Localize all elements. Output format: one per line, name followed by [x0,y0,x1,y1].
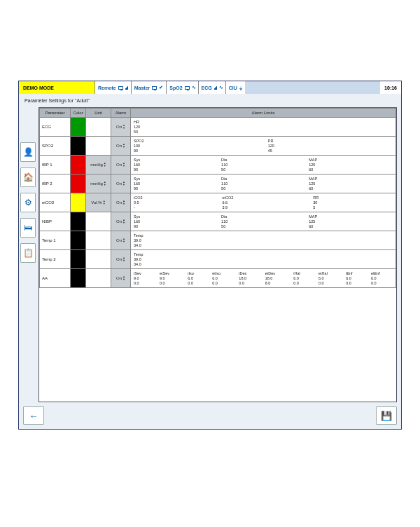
limits-cell: SPO210090PR12045 [131,137,396,156]
clipboard-icon: 📋 [23,248,34,258]
status-remote[interactable]: Remote [94,81,131,94]
color-cell[interactable] [71,193,86,212]
home-button[interactable]: 🏠 [20,167,36,187]
color-cell[interactable] [71,212,86,231]
param-cell: etCO2 [40,193,71,212]
save-icon: 💾 [381,411,392,421]
table-row: SPO2On▲▼SPO210090PR12045 [40,137,396,156]
alarm-cell[interactable]: On▲▼ [111,212,131,231]
color-cell[interactable] [71,156,86,174]
save-button[interactable]: 💾 [376,406,397,425]
param-cell: AA [40,269,71,288]
table-row: IBP 2mmHg▲▼On▲▼Sys16090Dia11050MAP12560 [40,174,396,193]
color-cell[interactable] [71,231,86,250]
limits-cell: Sys16090Dia11050MAP12560 [131,156,396,174]
signal-icon [125,85,128,90]
unit-cell [86,137,111,156]
unit-cell [86,269,111,288]
color-swatch [71,118,85,136]
color-cell[interactable] [71,118,86,137]
limits-cell: Sys16090Dia11050MAP12560 [131,212,396,231]
col-header: Color [71,109,86,118]
status-ciu[interactable]: CIU⏚ [225,81,245,94]
settings-button[interactable]: ⚙ [20,193,36,212]
alarm-cell[interactable]: On▲▼ [111,231,131,250]
col-header: Alarm Limits [131,109,396,118]
param-cell: IBP 1 [40,156,71,174]
clock: 10:16 [380,81,401,94]
color-swatch [71,193,85,212]
demo-mode-badge: DEMO MODE [19,81,94,94]
alarm-cell[interactable]: On▲▼ [111,250,131,269]
unit-cell [86,212,111,231]
unit-cell[interactable]: mmHg▲▼ [86,156,111,174]
bed-button[interactable]: 🛏 [20,218,36,238]
param-cell: IBP 2 [40,174,71,193]
table-row: ECGOn▲▼HR12050 [40,118,396,137]
status-master[interactable]: Master✔ [131,81,167,94]
home-icon: 🏠 [23,172,34,182]
color-swatch [71,174,85,193]
table-row: AAOn▲▼iSev9.00.0etSev9.00.0iIso6.00.0etI… [40,269,396,288]
status-spo2[interactable]: SpO2∿ [166,81,197,94]
param-cell: Temp 2 [40,250,71,269]
alarm-cell[interactable]: On▲▼ [111,193,131,212]
alarm-cell[interactable]: On▲▼ [111,174,131,193]
signal-icon [214,85,217,90]
sidebar: 👤🏠⚙🛏📋 [19,107,37,402]
unit-cell[interactable]: Vol.%▲▼ [86,193,111,212]
col-header: Unit [86,109,111,118]
patient-icon: 👤 [23,147,34,157]
param-cell: NIBP [40,212,71,231]
limits-cell: iSev9.00.0etSev9.00.0iIso6.00.0etIso6.00… [131,269,396,288]
color-swatch [71,156,85,174]
param-cell: SPO2 [40,137,71,156]
alarm-cell[interactable]: On▲▼ [111,137,131,156]
param-cell: ECG [40,118,71,137]
col-header: Alarm [111,109,131,118]
status-ecg[interactable]: ECG∿ [198,81,225,94]
wave-icon: ∿ [219,85,223,90]
page-title: Parameter Settings for "Adult" [19,94,401,107]
footer: ← 💾 [19,402,401,429]
patient-button[interactable]: 👤 [20,142,36,162]
bed-icon: 🛏 [24,223,32,233]
color-cell[interactable] [71,250,86,269]
color-cell[interactable] [71,174,86,193]
limits-cell: Temp39.034.0 [131,231,396,250]
unit-cell[interactable]: mmHg▲▼ [86,174,111,193]
back-button[interactable]: ← [23,406,44,425]
alarm-cell[interactable]: On▲▼ [111,118,131,137]
unit-cell [86,118,111,137]
top-bar: DEMO MODE RemoteMaster✔SpO2∿ECG∿CIU⏚ 10:… [19,81,401,94]
table-row: Temp 1On▲▼Temp39.034.0 [40,231,396,250]
alarm-cell[interactable]: On▲▼ [111,156,131,174]
plug-icon: ⏚ [239,85,242,90]
wave-icon: ∿ [192,85,195,90]
color-swatch [71,250,85,268]
table-row: Temp 2On▲▼Temp39.034.0 [40,250,396,269]
clipboard-button[interactable]: 📋 [20,243,36,263]
color-swatch [71,137,85,155]
color-cell[interactable] [71,137,86,156]
color-swatch [71,231,85,249]
table-row: NIBPOn▲▼Sys16090Dia11050MAP12560 [40,212,396,231]
limits-cell: Sys16090Dia11050MAP12560 [131,174,396,193]
monitor-icon [152,85,157,90]
arrow-left-icon: ← [29,411,38,421]
table-row: etCO2Vol.%▲▼On▲▼iCO20.5-etCO26.63.9RR305 [40,193,396,212]
table-row: IBP 1mmHg▲▼On▲▼Sys16090Dia11050MAP12560 [40,156,396,174]
limits-cell: HR12050 [131,118,396,137]
unit-cell [86,250,111,269]
app-window: DEMO MODE RemoteMaster✔SpO2∿ECG∿CIU⏚ 10:… [18,81,402,430]
param-cell: Temp 1 [40,231,71,250]
unit-cell [86,231,111,250]
color-cell[interactable] [71,269,86,288]
monitor-icon [185,85,190,90]
monitor-icon [118,85,123,90]
check-icon: ✔ [159,85,163,90]
alarm-cell[interactable]: On▲▼ [111,269,131,288]
parameter-table: ParameterColorUnitAlarmAlarm Limits ECGO… [38,107,397,402]
limits-cell: Temp39.034.0 [131,250,396,269]
col-header: Parameter [40,109,71,118]
